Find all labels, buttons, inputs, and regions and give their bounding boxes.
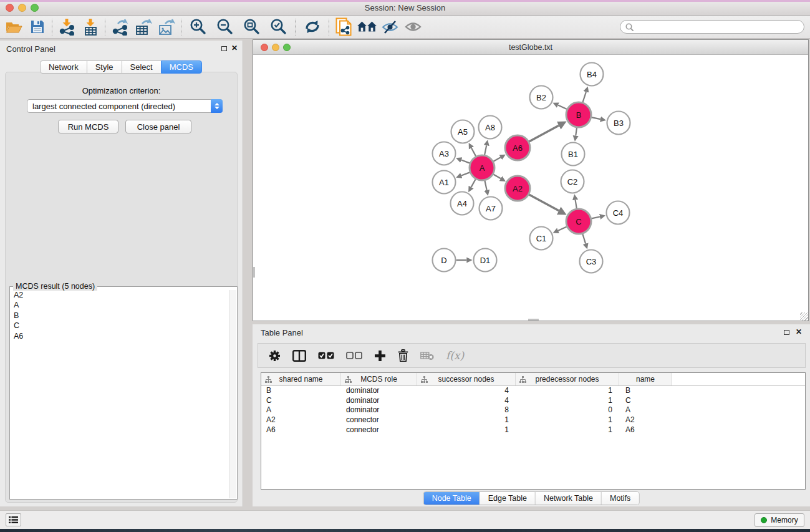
deselect-all-columns-button[interactable]: [346, 352, 362, 359]
column-header-mcds-role[interactable]: MCDS role: [341, 373, 417, 385]
graph-edge-A2-C[interactable]: [529, 195, 559, 211]
column-header-shared-name[interactable]: shared name: [261, 373, 341, 385]
table-cell: dominator: [341, 386, 417, 396]
hierarchy-icon: [421, 376, 428, 383]
zoom-in-button[interactable]: [185, 17, 211, 37]
delete-table-button[interactable]: [420, 351, 434, 360]
column-label: name: [636, 375, 655, 384]
show-columns-button[interactable]: [292, 350, 306, 362]
save-session-button[interactable]: [26, 17, 49, 37]
graph-edge-A-A7[interactable]: [485, 181, 486, 190]
zoom-selected-icon: [270, 18, 287, 36]
show-graphics-details-button[interactable]: [402, 17, 425, 37]
resize-grip-icon[interactable]: [800, 312, 808, 321]
table-row[interactable]: Cdominator41C: [261, 396, 805, 406]
app-window: Session: New Session: [0, 0, 810, 532]
eye-icon: [404, 21, 422, 33]
node-table-header: shared name MCDS role successor nodes pr…: [261, 373, 805, 386]
graph-edge-A-A1[interactable]: [461, 172, 470, 175]
tab-mcds[interactable]: MCDS: [161, 60, 202, 74]
status-bar: Memory: [0, 510, 810, 529]
result-scrollbar[interactable]: [229, 290, 236, 498]
graph-edge-A-A6[interactable]: [493, 157, 501, 161]
create-column-button[interactable]: [374, 350, 386, 362]
mcds-result-list: A2ABCA6: [11, 290, 229, 498]
export-network-button[interactable]: [108, 17, 132, 37]
table-row[interactable]: A6connector11A6: [261, 425, 805, 435]
split-columns-icon: [292, 350, 306, 362]
select-all-columns-button[interactable]: [318, 352, 334, 359]
toolbar-separator: [105, 19, 105, 36]
graph-edge-A-A8[interactable]: [485, 145, 486, 155]
graph-edge-C-C4[interactable]: [592, 217, 600, 219]
tab-select[interactable]: Select: [122, 60, 162, 74]
graph-edge-B-B4[interactable]: [583, 92, 586, 102]
search-box[interactable]: [620, 20, 804, 34]
graph-edge-C-C2[interactable]: [576, 200, 577, 208]
home-button[interactable]: [355, 17, 378, 37]
vertical-scroll-indicator[interactable]: [253, 267, 255, 278]
import-table-button[interactable]: [79, 17, 102, 37]
column-header-filler: [672, 373, 805, 385]
result-item[interactable]: A2: [11, 290, 229, 300]
graph-edge-C-C3[interactable]: [582, 234, 586, 244]
memory-button[interactable]: Memory: [755, 513, 804, 527]
open-session-button[interactable]: [2, 17, 26, 37]
float-table-panel-icon[interactable]: [784, 330, 789, 335]
table-row[interactable]: A2connector11A2: [261, 415, 805, 425]
session-title: Session: New Session: [0, 3, 810, 12]
graph-node-label: C2: [567, 177, 578, 186]
column-header-successor-nodes[interactable]: successor nodes: [417, 373, 516, 385]
tab-network[interactable]: Network: [40, 60, 87, 74]
export-table-button[interactable]: [132, 17, 155, 37]
close-panel-button[interactable]: Close panel: [125, 120, 191, 133]
criterion-select[interactable]: largest connected component (directed): [27, 99, 223, 113]
horizontal-scroll-indicator[interactable]: [528, 319, 539, 321]
zoom-fit-button[interactable]: [238, 17, 265, 37]
zoom-selected-button[interactable]: [265, 17, 292, 37]
import-network-button[interactable]: [55, 17, 79, 37]
result-item[interactable]: C: [11, 321, 229, 331]
show-panels-button[interactable]: [6, 513, 21, 526]
run-mcds-button[interactable]: Run MCDS: [58, 120, 118, 133]
result-item[interactable]: A6: [11, 331, 229, 341]
search-input[interactable]: [637, 22, 799, 32]
graph-edge-B-B3[interactable]: [592, 117, 600, 119]
float-panel-icon[interactable]: [221, 46, 227, 51]
table-row[interactable]: Adominator80A: [261, 405, 805, 415]
tab-motifs[interactable]: Motifs: [601, 492, 639, 505]
column-header-predecessor-nodes[interactable]: predecessor nodes: [516, 373, 619, 385]
graph-edge-A6-B[interactable]: [529, 125, 559, 142]
zoom-out-button[interactable]: [211, 17, 238, 37]
close-table-panel-icon[interactable]: ✕: [796, 327, 802, 336]
table-row[interactable]: Bdominator41B: [261, 386, 805, 396]
table-settings-button[interactable]: [269, 350, 281, 362]
new-network-from-selection-button[interactable]: [332, 17, 355, 37]
graph-edge-A-A4[interactable]: [471, 179, 476, 187]
result-item[interactable]: A: [11, 300, 229, 310]
graph-edge-B-B1[interactable]: [576, 128, 577, 136]
result-item[interactable]: B: [11, 311, 229, 321]
tab-edge-table[interactable]: Edge Table: [480, 492, 535, 505]
graph-edge-B-B2[interactable]: [558, 105, 567, 110]
hide-graphics-details-button[interactable]: [378, 17, 402, 37]
graph-edge-C-C1[interactable]: [558, 227, 567, 231]
tab-network-table[interactable]: Network Table: [535, 492, 601, 505]
graph-edge-A-A2[interactable]: [493, 175, 501, 179]
tab-node-table[interactable]: Node Table: [424, 492, 480, 505]
delete-column-button[interactable]: [398, 349, 408, 362]
close-panel-icon[interactable]: ✕: [231, 44, 238, 52]
network-graph[interactable]: AA1A3A5A8A4A7A6A2BB1B2B3B4CC1C2C3C4DD1: [253, 55, 808, 321]
save-icon: [31, 20, 44, 34]
graph-node-label: B1: [568, 150, 578, 159]
export-image-button[interactable]: [155, 17, 178, 37]
function-builder-button[interactable]: f(x): [446, 349, 464, 362]
network-canvas[interactable]: AA1A3A5A8A4A7A6A2BB1B2B3B4CC1C2C3C4DD1: [253, 55, 808, 321]
graph-node-label: C3: [586, 257, 597, 266]
column-header-name[interactable]: name: [619, 373, 672, 385]
refresh-button[interactable]: [299, 17, 325, 37]
graph-edge-A-A5[interactable]: [471, 148, 476, 156]
memory-status-icon: [761, 517, 767, 523]
graph-edge-A-A3[interactable]: [461, 160, 470, 163]
tab-style[interactable]: Style: [87, 60, 122, 74]
